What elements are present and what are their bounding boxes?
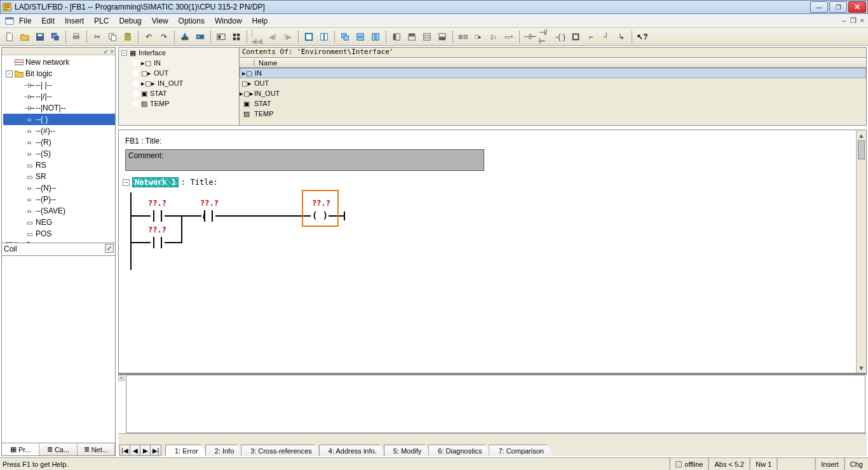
copy-button[interactable]	[105, 30, 119, 44]
goto-prev-button[interactable]: ◀!	[266, 30, 280, 44]
iface-out[interactable]: ▢▸OUT	[119, 68, 239, 78]
tree-item-set[interactable]: ‹›--(S)	[3, 148, 115, 159]
network-title[interactable]: : Title:	[181, 178, 218, 187]
menu-debug[interactable]: Debug	[114, 15, 146, 27]
iface-root[interactable]: −▦Interface	[119, 48, 239, 58]
block-comment[interactable]: Comment:	[125, 149, 484, 171]
collapse-icon[interactable]: −	[6, 70, 13, 77]
block-view-button[interactable]	[229, 30, 243, 44]
menu-insert[interactable]: Insert	[60, 15, 89, 27]
save-button[interactable]	[33, 30, 47, 44]
tree-item-p-edge[interactable]: ‹›--(P)--	[3, 194, 115, 205]
scroll-up-icon[interactable]: ▲	[857, 130, 866, 140]
save-all-button[interactable]	[48, 30, 62, 44]
tree-item-rs[interactable]: ▭RS	[3, 159, 115, 171]
output-tab-info[interactable]: 2: Info	[205, 445, 244, 456]
operand-1[interactable]: ??.?	[148, 199, 166, 208]
output-tab-diag[interactable]: 6: Diagnostics	[428, 445, 491, 456]
box-button[interactable]	[569, 30, 583, 44]
output-tab-xref[interactable]: 3: Cross-references	[241, 445, 322, 456]
interface-rows[interactable]: ▸▢IN ▢▸OUT ▸▢▸IN_OUT ▣STAT ▨TEMP	[240, 68, 866, 125]
toggle-overview-button[interactable]	[420, 30, 434, 44]
insert-col-button[interactable]: ▯↓	[487, 30, 501, 44]
iface-temp[interactable]: ▨TEMP	[119, 98, 239, 109]
iface-in[interactable]: ▸▢IN	[119, 58, 239, 68]
tree-item-neg[interactable]: ▭NEG	[3, 217, 115, 228]
catalog-info-input[interactable]	[4, 245, 113, 253]
no-contact-button[interactable]: ⊣⊢	[523, 30, 537, 44]
iface-stat[interactable]: ▣STAT	[119, 88, 239, 98]
mdi-system-icon[interactable]	[5, 17, 14, 25]
scroll-down-icon[interactable]: ▼	[857, 363, 866, 373]
insert-row-button[interactable]: □▸	[471, 30, 485, 44]
collapse-icon[interactable]: −	[121, 50, 127, 56]
nc-contact-button[interactable]: ⊣/⊢	[538, 30, 552, 44]
iface-row-temp[interactable]: ▨TEMP	[240, 109, 866, 119]
nav-prev-icon[interactable]: ◀	[130, 445, 140, 455]
pin-icon[interactable]: ⤢	[105, 244, 114, 253]
editor-vscrollbar[interactable]: ▲ ▼	[856, 130, 866, 373]
tree-item-pos[interactable]: ▭POS	[3, 228, 115, 239]
mdi-restore-button[interactable]: ❐	[850, 17, 857, 25]
branch-open-button[interactable]: ⌐	[584, 30, 598, 44]
output-body[interactable]	[126, 375, 865, 433]
menu-plc[interactable]: PLC	[89, 15, 114, 27]
branch-close-button[interactable]: ┘	[599, 30, 613, 44]
tile-h-button[interactable]	[353, 30, 367, 44]
cut-button[interactable]: ✂	[90, 30, 104, 44]
network-label[interactable]: Network 1	[132, 177, 179, 187]
operand-2[interactable]: ??.?	[200, 199, 219, 208]
menu-window[interactable]: Window	[210, 15, 247, 27]
coil-button[interactable]: -( )	[553, 30, 567, 44]
iface-row-inout[interactable]: ▸▢▸IN_OUT	[240, 88, 866, 98]
operand-3[interactable]: ??.?	[148, 225, 166, 234]
catalog-close-icon[interactable]: ↙ ×	[104, 48, 114, 55]
tile-v-button[interactable]	[369, 30, 383, 44]
tab-call[interactable]: ≣Ca...	[39, 443, 77, 455]
ladder-editor[interactable]: FB1 : Title: Comment: − Network 1 : Titl…	[119, 130, 856, 373]
menu-view[interactable]: View	[147, 15, 173, 27]
output-close-icon[interactable]: ×	[118, 375, 125, 381]
iface-row-stat[interactable]: ▣STAT	[240, 98, 866, 109]
mdi-close-button[interactable]: ×	[860, 17, 864, 25]
redo-button[interactable]: ↷	[157, 30, 171, 44]
window-split-button[interactable]	[317, 30, 331, 44]
tree-item-save[interactable]: ‹›--(SAVE)	[3, 205, 115, 217]
tree-item-no-contact[interactable]: ⊣⊢--| |--	[3, 79, 115, 91]
maximize-button[interactable]: ❐	[829, 1, 847, 13]
network-collapse-icon[interactable]: −	[123, 179, 130, 186]
download-button[interactable]	[178, 30, 192, 44]
menu-options[interactable]: Options	[173, 15, 210, 27]
output-tab-compare[interactable]: 7: Comparison	[489, 445, 553, 456]
print-button[interactable]	[69, 30, 83, 44]
block-title[interactable]: FB1 : Title:	[125, 137, 850, 145]
new-button[interactable]	[3, 30, 17, 44]
menu-help[interactable]: Help	[247, 15, 273, 27]
context-help-button[interactable]: ↖?	[635, 30, 649, 44]
output-tab-error[interactable]: 1: Error	[165, 445, 208, 456]
output-hscroll[interactable]	[118, 433, 867, 443]
connection-button[interactable]: ↳	[614, 30, 628, 44]
tree-item-nc-contact[interactable]: ⊣⊢--|/|--	[3, 91, 115, 102]
menu-edit[interactable]: Edit	[36, 15, 60, 27]
tree-new-network[interactable]: New network	[3, 57, 115, 68]
paste-button[interactable]	[121, 30, 135, 44]
nav-last-icon[interactable]: ▶|	[151, 445, 161, 455]
close-button[interactable]: ✕	[848, 1, 866, 13]
insert-network-button[interactable]: ⊞⊟	[456, 30, 470, 44]
cascade-button[interactable]	[338, 30, 352, 44]
iface-inout[interactable]: ▸▢▸IN_OUT	[119, 78, 239, 88]
nav-first-icon[interactable]: |◀	[120, 445, 130, 455]
toggle-catalog-button[interactable]	[390, 30, 403, 44]
tab-network[interactable]: ≣Net...	[78, 443, 115, 455]
nav-next-icon[interactable]: ▶	[140, 445, 151, 455]
scroll-thumb[interactable]	[858, 140, 865, 159]
toggle-details-button[interactable]	[405, 30, 419, 44]
iface-row-in[interactable]: ▸▢IN	[240, 68, 866, 78]
tree-item-hash[interactable]: ‹›--(#)--	[3, 125, 115, 137]
tree-item-coil[interactable]: ‹›--( )	[3, 114, 115, 125]
output-tab-modify[interactable]: 5: Modify	[384, 445, 431, 456]
tree-item-n-edge[interactable]: ‹›--(N)--	[3, 182, 115, 194]
goto-start-button[interactable]: |◀◀	[250, 30, 264, 44]
catalog-tree[interactable]: New network − Bit logic ⊣⊢--| |-- ⊣⊢--|/…	[2, 55, 115, 243]
